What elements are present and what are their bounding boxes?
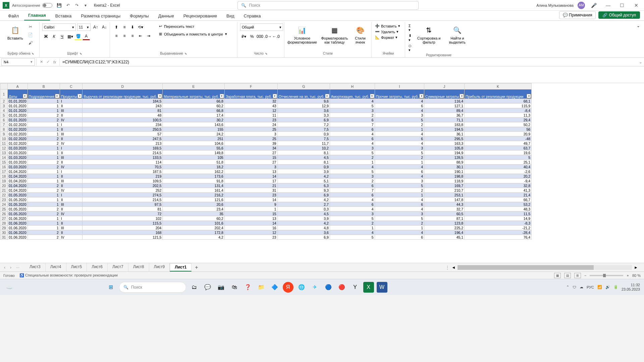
- filter-icon[interactable]: ▾: [55, 94, 59, 98]
- cell[interactable]: 243: [83, 104, 163, 108]
- orientation-icon[interactable]: ⟲▾: [137, 23, 144, 31]
- cell[interactable]: 11,7: [277, 141, 330, 146]
- cell[interactable]: 4,2: [277, 174, 330, 179]
- cell[interactable]: 1: [28, 146, 60, 150]
- cell[interactable]: 01.05.2020: [8, 212, 28, 216]
- user-avatar[interactable]: АМ: [578, 2, 585, 9]
- tab-справка[interactable]: Справка: [240, 11, 265, 20]
- tray-battery-icon[interactable]: 🔋: [613, 285, 618, 289]
- cell[interactable]: 27: [224, 150, 277, 155]
- cell[interactable]: 48: [83, 113, 163, 118]
- autosave-toggle[interactable]: Автосохранение: [12, 3, 52, 8]
- cell[interactable]: II: [60, 104, 82, 108]
- cell[interactable]: 169,7: [424, 183, 465, 188]
- cell[interactable]: 155: [163, 127, 225, 132]
- cell[interactable]: 3: [375, 113, 424, 118]
- cell[interactable]: 4: [375, 230, 424, 235]
- align-middle-icon[interactable]: ≡: [121, 23, 128, 31]
- table-header-cell[interactable]: Прибыль от реализации продукции▾: [465, 89, 532, 99]
- cell[interactable]: 13: [224, 169, 277, 174]
- cell[interactable]: 01.05.2020: [8, 202, 28, 207]
- yandex-browser-icon[interactable]: Y: [350, 282, 361, 293]
- cell[interactable]: 1: [28, 216, 60, 221]
- col-header[interactable]: D: [83, 83, 163, 89]
- expand-formula-bar-icon[interactable]: ⌄: [637, 60, 644, 64]
- cell[interactable]: 128,5: [424, 155, 465, 160]
- cell[interactable]: 66,7: [465, 197, 532, 202]
- sheet-tab[interactable]: Лист1: [170, 263, 192, 272]
- cell[interactable]: 11,5: [465, 212, 532, 216]
- cell[interactable]: 5: [330, 169, 375, 174]
- fx-icon[interactable]: fx: [52, 59, 57, 65]
- cell[interactable]: 41,3: [465, 188, 532, 193]
- percent-icon[interactable]: %: [248, 33, 256, 40]
- cell[interactable]: 2: [28, 230, 60, 235]
- cell[interactable]: 162,2: [163, 169, 225, 174]
- mic-icon[interactable]: 🎤: [589, 2, 599, 9]
- font-color-button[interactable]: A: [83, 33, 90, 40]
- cell[interactable]: 01.04.2020: [8, 183, 28, 188]
- minimize-icon[interactable]: —: [603, 2, 613, 9]
- cell[interactable]: 225,2: [424, 226, 465, 230]
- zoom-slider[interactable]: [590, 275, 623, 276]
- cell[interactable]: 20,2: [465, 174, 532, 179]
- cell[interactable]: 01.06.2020: [8, 221, 28, 226]
- cell[interactable]: 6,9: [277, 235, 330, 240]
- cell[interactable]: 01.06.2020: [8, 230, 28, 235]
- cell[interactable]: 3,9: [277, 169, 330, 174]
- cell[interactable]: 01.04.2020: [8, 174, 28, 179]
- add-sheet-button[interactable]: +: [192, 263, 201, 272]
- cell[interactable]: 127,1: [424, 104, 465, 108]
- app-icon-4[interactable]: ❓: [243, 282, 253, 293]
- share-button[interactable]: 🔗 Общий доступ: [598, 11, 640, 19]
- cell[interactable]: III: [60, 132, 82, 136]
- filter-icon[interactable]: ▾: [77, 94, 82, 98]
- cell[interactable]: 6: [375, 104, 424, 108]
- cell[interactable]: II: [60, 174, 82, 179]
- row-header[interactable]: 23: [0, 197, 8, 202]
- zoom-out-icon[interactable]: −: [584, 274, 586, 278]
- cell[interactable]: 2: [28, 188, 60, 193]
- align-center-icon[interactable]: ≡: [121, 32, 128, 40]
- cell[interactable]: 105,8: [424, 146, 465, 150]
- row-header[interactable]: 30: [0, 230, 8, 235]
- cell[interactable]: 01.02.2020: [8, 122, 28, 127]
- sheet-tab[interactable]: Лист3: [25, 263, 46, 272]
- cell[interactable]: 210,7: [424, 188, 465, 193]
- row-header[interactable]: 14: [0, 155, 8, 160]
- row-header[interactable]: 13: [0, 150, 8, 155]
- number-format-combo[interactable]: Общий▾: [240, 23, 283, 31]
- filter-icon[interactable]: ▾: [273, 94, 277, 98]
- insert-cells-button[interactable]: ➕ Вставить ▾: [374, 23, 401, 28]
- col-header[interactable]: G: [277, 83, 330, 89]
- cell[interactable]: 32,7: [424, 207, 465, 212]
- undo-icon[interactable]: ↶: [65, 2, 71, 8]
- cell[interactable]: 114: [83, 160, 163, 165]
- cell[interactable]: 6,9: [277, 118, 330, 122]
- align-left-icon[interactable]: ≡: [113, 32, 120, 40]
- cell[interactable]: 5: [375, 216, 424, 221]
- cell[interactable]: 4,5: [277, 212, 330, 216]
- alice-icon[interactable]: 🔵: [323, 282, 334, 293]
- cell[interactable]: 184,5: [83, 99, 163, 104]
- cell[interactable]: 39: [224, 141, 277, 146]
- cell[interactable]: 01.01.2020: [8, 118, 28, 122]
- cell[interactable]: 60,2: [163, 216, 225, 221]
- cell[interactable]: -8,4: [465, 108, 532, 113]
- cell[interactable]: 187,5: [83, 169, 163, 174]
- cell[interactable]: 50,2: [465, 122, 532, 127]
- cell[interactable]: 5: [330, 235, 375, 240]
- cell[interactable]: 1: [28, 122, 60, 127]
- cell[interactable]: 5: [330, 104, 375, 108]
- underline-button[interactable]: Ч: [58, 33, 66, 40]
- cell[interactable]: 2: [28, 113, 60, 118]
- cell[interactable]: 0,3: [277, 207, 330, 212]
- cell[interactable]: 51,8: [163, 160, 225, 165]
- cell[interactable]: II: [60, 197, 82, 202]
- cell[interactable]: 72: [83, 212, 163, 216]
- cell[interactable]: 2: [330, 155, 375, 160]
- cell[interactable]: 3: [330, 212, 375, 216]
- cell[interactable]: 161,4: [163, 188, 225, 193]
- close-icon[interactable]: ✕: [631, 2, 641, 9]
- cell[interactable]: 173,6: [163, 174, 225, 179]
